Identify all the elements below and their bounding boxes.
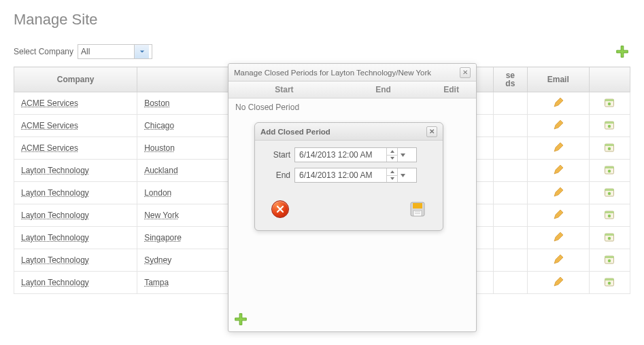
svg-rect-7 <box>605 144 614 146</box>
calendar-icon[interactable] <box>603 186 615 198</box>
svg-rect-31 <box>415 213 420 214</box>
site-link[interactable]: London <box>144 188 171 198</box>
save-button[interactable] <box>409 200 426 218</box>
no-closed-period-text: No Closed Period <box>228 98 476 116</box>
spin-up-icon[interactable] <box>387 148 397 155</box>
combo-trigger[interactable] <box>134 45 149 58</box>
company-link[interactable]: Layton Technology <box>21 255 89 265</box>
svg-rect-19 <box>605 234 614 236</box>
edit-icon[interactable] <box>552 96 564 109</box>
company-link[interactable]: ACME Services <box>21 121 78 130</box>
company-select-input[interactable] <box>78 46 134 58</box>
col-actions <box>589 67 630 92</box>
site-link[interactable]: Houston <box>144 143 175 153</box>
calendar-icon[interactable] <box>603 231 615 243</box>
svg-rect-30 <box>415 212 420 213</box>
spin-up-icon[interactable] <box>387 168 397 175</box>
svg-rect-22 <box>605 256 614 258</box>
start-datetime-input[interactable] <box>295 149 386 161</box>
page-title: Manage Site <box>14 11 630 29</box>
svg-rect-1 <box>605 99 614 101</box>
spin-down-icon[interactable] <box>387 155 397 162</box>
edit-icon[interactable] <box>552 208 564 221</box>
close-icon[interactable]: ✕ <box>460 67 471 78</box>
edit-icon[interactable] <box>552 119 564 131</box>
calendar-icon[interactable] <box>603 96 615 109</box>
periods-table: Start End Edit <box>228 81 476 98</box>
svg-point-5 <box>608 125 611 128</box>
spin-down-icon[interactable] <box>387 175 397 183</box>
edit-icon[interactable] <box>552 253 564 266</box>
periods-col-edit[interactable]: Edit <box>426 81 476 98</box>
cancel-button[interactable] <box>271 200 289 218</box>
add-site-button[interactable] <box>614 43 630 60</box>
start-spinner[interactable] <box>386 148 397 162</box>
company-link[interactable]: Layton Technology <box>21 188 89 198</box>
calendar-icon[interactable] <box>603 141 615 153</box>
select-company-label: Select Company <box>14 47 73 56</box>
col-close-periods-partial[interactable]: se ds <box>493 67 527 92</box>
site-link[interactable]: Boston <box>144 98 169 108</box>
company-link[interactable]: Layton Technology <box>21 233 89 242</box>
closed-periods-title: Manage Closed Periods for Layton Technol… <box>234 69 431 77</box>
end-label: End <box>265 170 290 180</box>
add-period-button[interactable] <box>233 311 249 327</box>
site-link[interactable]: Chicago <box>144 121 174 130</box>
edit-icon[interactable] <box>552 231 564 243</box>
start-datetime-field[interactable] <box>294 147 417 162</box>
svg-rect-10 <box>605 166 614 168</box>
col-email[interactable]: Email <box>527 67 589 92</box>
add-period-title: Add Closed Period <box>260 128 331 136</box>
periods-col-end[interactable]: End <box>340 81 426 98</box>
svg-point-26 <box>608 282 611 285</box>
calendar-icon[interactable] <box>603 253 615 266</box>
periods-col-start[interactable]: Start <box>228 81 340 98</box>
edit-icon[interactable] <box>552 164 564 176</box>
col-company[interactable]: Company <box>14 67 137 92</box>
calendar-icon[interactable] <box>603 164 615 176</box>
svg-rect-16 <box>605 211 614 213</box>
add-closed-period-modal: Add Closed Period ✕ Start End <box>254 122 443 231</box>
svg-point-2 <box>608 103 611 105</box>
end-spinner[interactable] <box>386 168 397 182</box>
company-link[interactable]: Layton Technology <box>21 211 89 220</box>
svg-point-17 <box>608 215 611 217</box>
end-datetime-field[interactable] <box>294 168 417 183</box>
site-link[interactable]: Auckland <box>144 166 177 175</box>
site-link[interactable]: New York <box>144 211 179 220</box>
svg-point-8 <box>608 147 611 150</box>
company-link[interactable]: Layton Technology <box>21 166 89 175</box>
company-link[interactable]: ACME Services <box>21 98 78 108</box>
site-link[interactable]: Tampa <box>144 278 169 287</box>
svg-point-14 <box>608 192 611 195</box>
edit-icon[interactable] <box>552 186 564 198</box>
svg-rect-25 <box>605 278 614 280</box>
calendar-icon[interactable] <box>603 276 615 288</box>
svg-rect-4 <box>605 122 614 124</box>
calendar-icon[interactable] <box>603 208 615 221</box>
site-link[interactable]: Sydney <box>144 255 171 265</box>
svg-rect-28 <box>413 203 422 208</box>
svg-point-20 <box>608 237 611 240</box>
end-datetime-input[interactable] <box>295 169 386 181</box>
svg-point-23 <box>608 259 611 262</box>
edit-icon[interactable] <box>552 141 564 153</box>
start-label: Start <box>265 150 290 160</box>
svg-rect-13 <box>605 189 614 191</box>
company-link[interactable]: ACME Services <box>21 143 78 153</box>
end-dropdown-icon[interactable] <box>397 168 408 182</box>
filter-toolbar: Select Company <box>14 43 630 60</box>
closed-periods-modal: Manage Closed Periods for Layton Technol… <box>228 63 477 332</box>
calendar-icon[interactable] <box>603 119 615 131</box>
site-link[interactable]: Singapore <box>144 233 182 242</box>
close-icon[interactable]: ✕ <box>426 126 437 137</box>
start-dropdown-icon[interactable] <box>397 148 408 162</box>
svg-point-11 <box>608 170 611 172</box>
company-link[interactable]: Layton Technology <box>21 278 89 287</box>
company-select[interactable] <box>78 44 152 59</box>
edit-icon[interactable] <box>552 276 564 288</box>
